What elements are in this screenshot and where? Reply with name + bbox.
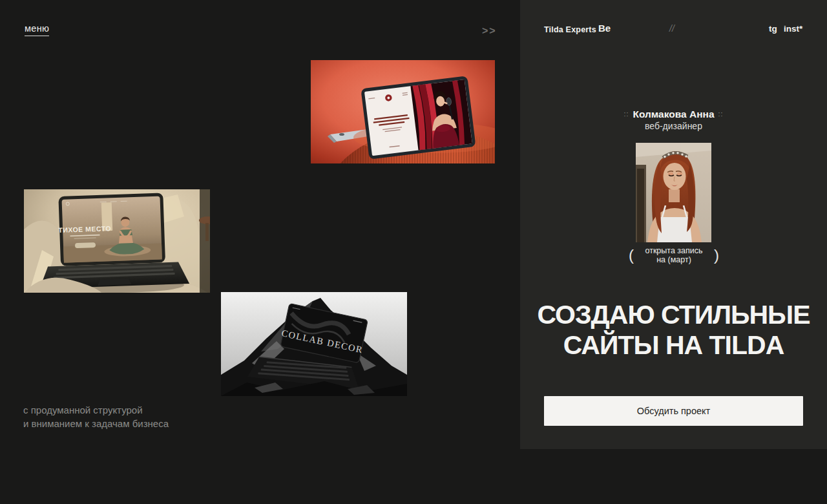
tagline: с продуманной структурой и вниманием к з… [23,403,169,430]
header-divider: // [669,23,675,34]
hero-title: СОЗДАЮ СТИЛЬНЫЕ САЙТЫ НА TILDA [520,300,827,361]
availability-line-2: на (март) [656,255,691,264]
menu-link[interactable]: меню [25,23,49,36]
profile-photo [636,143,711,242]
open-paren: ( [629,246,634,264]
close-paren: ) [714,246,719,264]
availability-line-1: открыта запись [645,246,702,255]
profile-role: веб-дизайнер [520,121,827,131]
red-showcase-illustration [311,60,495,163]
name-decor-left: :: [624,110,629,118]
telegram-link[interactable]: tg [769,24,777,34]
tagline-line-1: с продуманной структурой [23,403,169,417]
brand-label: Tilda Experts [544,25,596,34]
hero-title-line-1: СОЗДАЮ СТИЛЬНЫЕ [520,300,827,330]
availability-note: ( открыта запись на (март) ) [629,246,719,264]
portrait-illustration [636,143,711,242]
instagram-link[interactable]: inst* [784,24,802,34]
discuss-project-button[interactable]: Обсудить проект [544,396,803,426]
hero-title-line-2: САЙТЫ НА TILDA [520,330,827,361]
hero-panel: Tilda Experts Be // tg inst* ::Колмакова… [520,0,827,449]
behance-link[interactable]: Be [598,23,611,34]
name-decor-right: :: [718,110,724,118]
yoga-showcase-illustration: ТИХОЕ МЕСТО [24,189,210,293]
portfolio-image-red-showcase[interactable] [311,60,495,163]
next-arrows-icon[interactable]: >> [482,25,497,37]
profile-name-row: ::Колмакова Анна:: [520,109,827,120]
collab-decor-illustration: COLLAB DECOR [221,292,407,396]
portfolio-image-yoga-showcase[interactable]: ТИХОЕ МЕСТО [24,189,210,293]
profile-name: Колмакова Анна [633,109,714,120]
portfolio-image-collab-decor-showcase[interactable]: COLLAB DECOR [221,292,407,396]
tagline-line-2: и вниманием к задачам бизнеса [23,417,169,430]
